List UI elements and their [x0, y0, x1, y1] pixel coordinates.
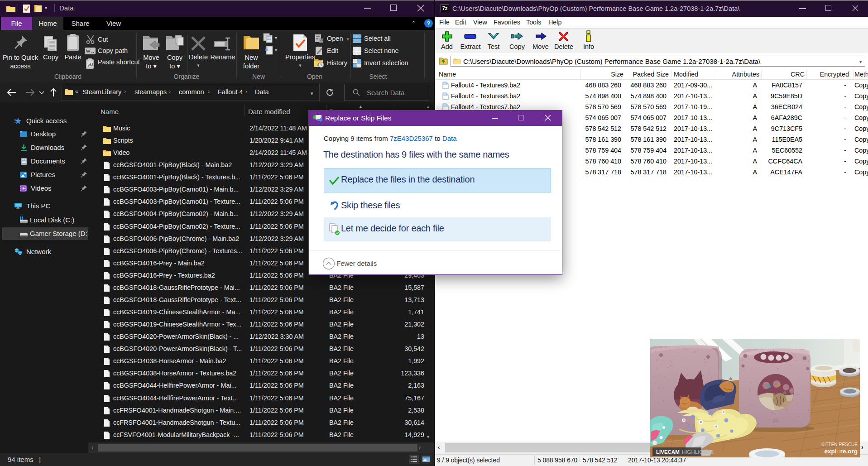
svg-text:LIVECAM: LIVECAM: [656, 449, 680, 455]
svg-text:HIGHLIGHTS: HIGHLIGHTS: [682, 449, 714, 455]
svg-text:KITTEN RESCUE: KITTEN RESCUE: [821, 442, 858, 447]
svg-text:explore.org: explore.org: [824, 448, 858, 455]
